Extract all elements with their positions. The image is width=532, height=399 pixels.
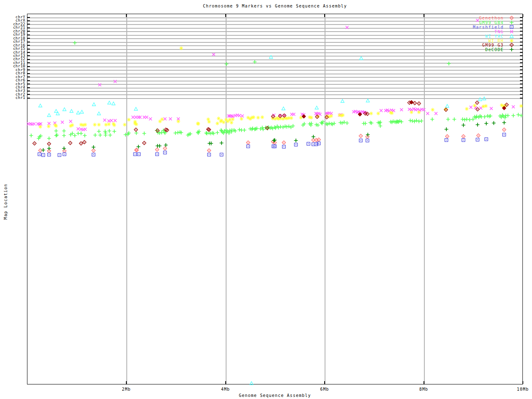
y-tick-left — [27, 80, 30, 81]
legend-marker-marshfield — [510, 25, 514, 30]
chromosome-gridline — [27, 38, 522, 39]
gm99-gb4-point — [419, 119, 424, 123]
legend-label-tng: TNG — [495, 29, 504, 34]
gm99-g3-point — [409, 100, 414, 105]
wi-yac-point — [56, 111, 60, 116]
wi-rh-point — [390, 111, 394, 116]
gm99-gb4-point — [369, 121, 374, 126]
x-gridline-2mb — [126, 14, 127, 384]
y-tick-right — [520, 24, 522, 25]
gm99-gb4-point — [179, 131, 184, 135]
gm99-g3-point — [357, 112, 362, 117]
wi-rh-point — [416, 110, 421, 115]
gm99-g3-point — [32, 141, 37, 146]
wi-rh-point — [260, 115, 264, 120]
gm99-g3-point — [133, 128, 138, 132]
marshfield-point — [155, 152, 159, 157]
y-tick-left — [27, 84, 30, 84]
legend-marker-gm99-g3 — [510, 43, 514, 47]
x-tick-top — [126, 14, 127, 17]
wi-rh-point — [409, 110, 414, 115]
wi-yac-point — [314, 106, 319, 110]
marshfield-point — [316, 141, 321, 146]
gm99-gb4-point — [82, 133, 87, 138]
decode-point — [461, 123, 466, 128]
wi-rh-point — [126, 118, 131, 122]
wi-rh-point — [289, 116, 294, 121]
wi-yac-point — [79, 110, 84, 114]
gm99-gb4-point — [309, 121, 313, 126]
x-tick-top — [522, 14, 523, 17]
wi-rh-point — [134, 122, 138, 127]
wi-yac-point — [111, 101, 116, 106]
gm99-g3-point — [502, 106, 506, 111]
y-tick-left — [27, 24, 30, 25]
legend-marker-gm99-gb4 — [510, 20, 514, 25]
y-tick-right — [520, 62, 522, 63]
decode-point — [157, 144, 162, 148]
y-tick-left — [27, 45, 30, 46]
y-tick-right — [520, 87, 522, 88]
tng-point — [345, 25, 349, 30]
wi-yac-point — [92, 102, 96, 107]
wi-rh-point — [341, 113, 345, 118]
y-tick-left — [27, 76, 30, 77]
legend-label-wi-yac: WI YAC — [485, 34, 504, 38]
gm99-gb4-point — [452, 117, 457, 122]
gm99-g3-point — [324, 115, 329, 120]
marshfield-point — [163, 150, 167, 155]
x-tick-bottom — [225, 381, 226, 384]
y-tick-left — [27, 91, 30, 91]
decode-point — [41, 148, 45, 153]
gm99-gb4-point — [430, 117, 434, 122]
wi-rh-point — [112, 123, 117, 128]
chart-page: Chromosome 9 Markers vs Genome Sequence … — [0, 0, 532, 399]
genethon-point — [502, 128, 506, 132]
chromosome-gridline — [27, 35, 522, 36]
x-tick-bottom — [424, 381, 424, 384]
legend-label-decode: DeCODE — [485, 47, 504, 52]
marshfield-point — [359, 138, 363, 143]
wi-rh-point — [46, 124, 51, 129]
gm99-g3-point — [207, 128, 212, 132]
chromosome-gridline — [27, 52, 522, 53]
decode-point — [311, 135, 315, 139]
gm99-gb4-point — [488, 114, 493, 118]
x-gridline-4mb — [226, 14, 227, 384]
chromosome-gridline — [27, 45, 522, 46]
gm99-gb4-point — [188, 132, 192, 136]
y-tick-left — [27, 38, 30, 39]
wi-yac-point — [340, 99, 345, 103]
marshfield-point — [57, 153, 62, 158]
wi-rh-point — [430, 108, 435, 112]
gm99-g3-point — [142, 141, 146, 145]
decode-point — [475, 123, 480, 127]
y-tick-right — [520, 20, 522, 21]
legend-marker-genethon — [510, 16, 514, 20]
y-tick-right — [520, 84, 522, 84]
wi-rh-point — [176, 119, 181, 124]
y-tick-left — [27, 55, 30, 56]
decode-point — [293, 138, 298, 143]
gm99-gb4-point — [446, 117, 450, 122]
marshfield-point — [293, 143, 298, 147]
marshfield-point — [484, 137, 488, 142]
y-tick-left — [27, 87, 30, 88]
y-tick-left — [27, 69, 30, 70]
x-tick-bottom — [324, 381, 325, 384]
wi-rh-point — [309, 116, 313, 120]
tng-point — [489, 106, 493, 111]
gm99-gb4-point — [345, 121, 349, 126]
wi-rh-point — [160, 117, 164, 122]
plot-area — [27, 14, 523, 384]
gm99-gb4-point — [332, 121, 336, 126]
legend-label-genethon: Genethon — [479, 16, 504, 20]
y-tick-left — [27, 59, 30, 60]
y-tick-left — [27, 66, 30, 67]
chromosome-gridline — [27, 49, 522, 50]
decode-point — [365, 133, 370, 137]
wi-rh-point — [329, 114, 333, 118]
marshfield-point — [365, 138, 369, 143]
legend-label-gm99-g3: GM99 G3 — [482, 43, 504, 47]
chromosome-gridline — [27, 81, 522, 81]
